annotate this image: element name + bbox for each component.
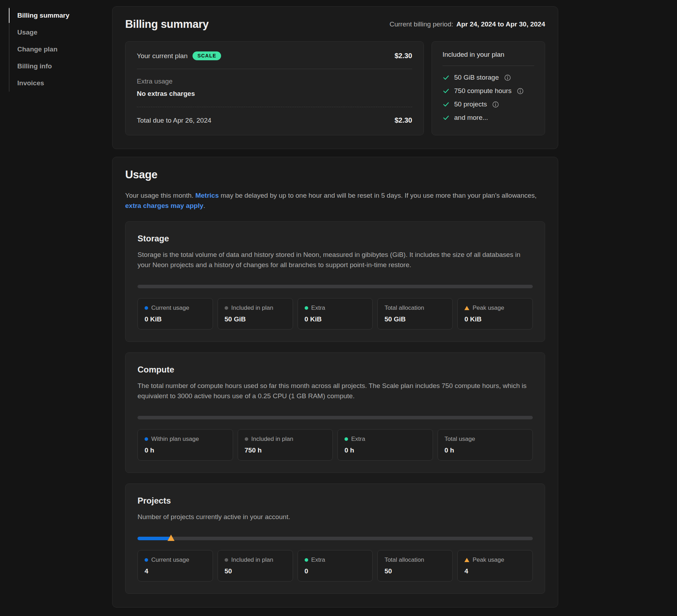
- stat-box-peak-usage: Peak usage0 KiB: [457, 298, 533, 329]
- stat-label: Included in plan: [225, 304, 286, 312]
- orange-triangle-icon: [464, 558, 469, 562]
- stats-row: Current usage4Included in plan50Extra0To…: [138, 550, 533, 581]
- usage-description: Your usage this month. Metrics may be de…: [125, 190, 539, 211]
- sidebar-item-usage[interactable]: Usage: [10, 24, 112, 41]
- plan-amount: $2.30: [395, 52, 412, 60]
- stat-box-peak-usage: Peak usage4: [457, 550, 533, 581]
- current-plan-label: Your current plan: [137, 52, 188, 60]
- stat-box-extra: Extra0: [298, 550, 373, 581]
- stat-label-text: Within plan usage: [151, 436, 199, 443]
- sidebar-item-change-plan[interactable]: Change plan: [10, 41, 112, 58]
- section-title: Storage: [138, 234, 533, 244]
- usage-section-compute: ComputeThe total number of compute hours…: [125, 352, 545, 473]
- stat-label: Included in plan: [225, 556, 286, 563]
- stat-box-within-plan-usage: Within plan usage0 h: [138, 429, 233, 461]
- stat-value: 0 KiB: [145, 315, 206, 323]
- included-item: 50 GiB storage: [443, 71, 534, 84]
- stat-label: Extra: [305, 304, 366, 312]
- stat-value: 0: [305, 567, 366, 575]
- billing-summary-header: Billing summary Current billing period:A…: [125, 18, 545, 31]
- stat-value: 4: [145, 567, 206, 575]
- stat-label: Peak usage: [464, 304, 526, 312]
- summary-row: Your current plan SCALE $2.30 Extra usag…: [125, 41, 545, 135]
- usage-text: may be delayed by up to one hour and wil…: [219, 192, 536, 199]
- stat-box-extra: Extra0 KiB: [298, 298, 373, 329]
- orange-triangle-icon: [464, 306, 469, 310]
- sidebar: Billing summaryUsageChange planBilling i…: [0, 0, 112, 616]
- billing-period-value: Apr 24, 2024 to Apr 30, 2024: [456, 20, 545, 28]
- billing-nav: Billing summaryUsageChange planBilling i…: [9, 7, 112, 92]
- green-dot-icon: [305, 558, 308, 562]
- progress-fill: [138, 537, 171, 540]
- stat-label: Total allocation: [384, 304, 446, 312]
- stat-label-text: Extra: [351, 436, 365, 443]
- gray-dot-icon: [225, 558, 228, 562]
- stat-label: Within plan usage: [145, 436, 226, 443]
- plan-badge: SCALE: [193, 51, 221, 60]
- sidebar-item-invoices[interactable]: Invoices: [10, 75, 112, 92]
- stat-label: Extra: [344, 436, 426, 443]
- stat-box-total-usage: Total usage0 h: [438, 429, 533, 461]
- stat-value: 50 GiB: [225, 315, 286, 323]
- stat-value: 50 GiB: [384, 315, 446, 323]
- stat-label: Peak usage: [464, 556, 526, 563]
- stat-label: Current usage: [145, 304, 206, 312]
- stat-value: 0 KiB: [305, 315, 366, 323]
- stat-label-text: Included in plan: [231, 304, 273, 312]
- usage-title: Usage: [125, 168, 545, 181]
- stats-row: Within plan usage0 hIncluded in plan750 …: [138, 429, 533, 461]
- sidebar-item-billing-info[interactable]: Billing info: [10, 58, 112, 75]
- stats-row: Current usage0 KiBIncluded in plan50 GiB…: [138, 298, 533, 329]
- stat-label: Extra: [305, 556, 366, 563]
- check-icon: [443, 87, 450, 94]
- usage-link[interactable]: Metrics: [195, 192, 219, 199]
- stat-label-text: Total allocation: [384, 304, 424, 312]
- progress-bar: [138, 285, 533, 288]
- included-item-label: 50 projects: [454, 100, 487, 108]
- sidebar-item-billing-summary[interactable]: Billing summary: [10, 7, 112, 24]
- billing-summary-card: Billing summary Current billing period:A…: [112, 6, 558, 149]
- stat-value: 0 h: [445, 446, 526, 454]
- section-title: Compute: [138, 365, 533, 375]
- stat-label-text: Peak usage: [472, 304, 504, 312]
- stat-label-text: Current usage: [151, 304, 189, 312]
- section-description: Storage is the total volume of data and …: [138, 250, 533, 270]
- divider: [443, 66, 534, 66]
- total-due-amount: $2.30: [395, 116, 412, 124]
- green-dot-icon: [344, 437, 348, 441]
- section-title: Projects: [138, 496, 533, 506]
- stat-label: Current usage: [145, 556, 206, 563]
- usage-link[interactable]: extra charges may apply: [125, 202, 203, 209]
- extra-usage-value: No extras charges: [137, 90, 412, 98]
- progress-bar: [138, 537, 533, 540]
- stat-box-included-in-plan: Included in plan750 h: [238, 429, 333, 461]
- page-title: Billing summary: [125, 18, 209, 31]
- stat-value: 0 KiB: [464, 315, 526, 323]
- included-item-label: 750 compute hours: [454, 87, 512, 95]
- included-item: 750 compute hours: [443, 84, 534, 98]
- info-icon[interactable]: [504, 74, 511, 81]
- main-content: Billing summary Current billing period:A…: [112, 0, 558, 616]
- extra-usage-block: Extra usage No extras charges: [126, 69, 423, 107]
- stat-label-text: Total usage: [445, 436, 475, 443]
- check-icon: [443, 101, 450, 108]
- stat-label-text: Included in plan: [231, 556, 273, 563]
- stat-label-text: Peak usage: [472, 556, 504, 563]
- stat-value: 0 h: [344, 446, 426, 454]
- included-list: 50 GiB storage750 compute hours50 projec…: [443, 71, 534, 124]
- included-item: and more...: [443, 111, 534, 124]
- section-description: Number of projects currently active in y…: [138, 512, 533, 522]
- gray-dot-icon: [245, 437, 248, 441]
- included-item: 50 projects: [443, 98, 534, 111]
- stat-label-text: Total allocation: [384, 556, 424, 563]
- extra-usage-label: Extra usage: [137, 78, 412, 85]
- check-icon: [443, 114, 450, 121]
- stat-value: 50: [384, 567, 446, 575]
- info-icon[interactable]: [492, 101, 499, 108]
- usage-section-storage: StorageStorage is the total volume of da…: [125, 221, 545, 342]
- progress-bar: [138, 416, 533, 419]
- info-icon[interactable]: [517, 88, 524, 94]
- stat-value: 4: [464, 567, 526, 575]
- plan-card: Your current plan SCALE $2.30 Extra usag…: [125, 41, 424, 135]
- stat-box-included-in-plan: Included in plan50: [218, 550, 293, 581]
